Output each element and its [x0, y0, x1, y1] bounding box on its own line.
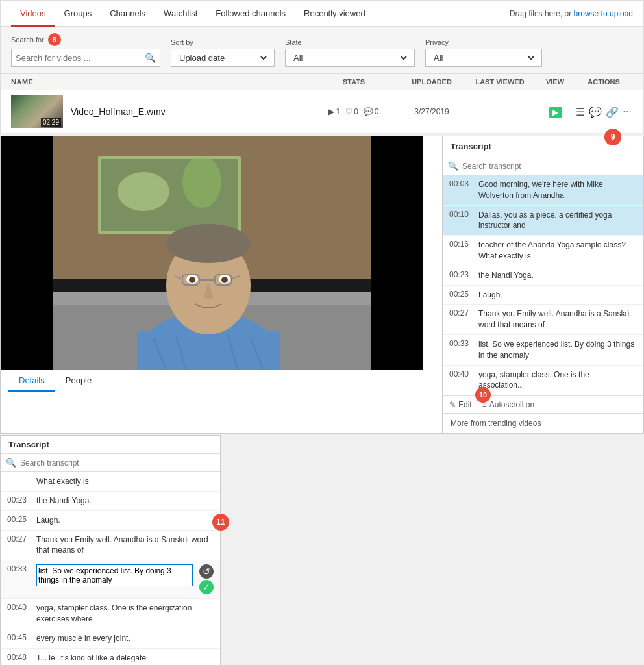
transcript-item[interactable]: 00:40 yoga, stampler class. One is the a… [443, 366, 643, 396]
video-duration: 02:29 [41, 118, 61, 127]
state-group: State All [285, 38, 415, 67]
sort-select[interactable]: Upload date [177, 53, 269, 64]
col-actions-header: ACTIONS [575, 78, 633, 86]
bottom-transcript-item: 00:23 the Nandi Yoga. [1, 492, 220, 511]
svg-point-5 [118, 172, 169, 211]
badge-10: 10 [475, 387, 491, 403]
transcript-time: 00:16 [449, 240, 472, 262]
tab-details[interactable]: Details [8, 370, 55, 392]
bottom-transcript-item: 00:27 Thank you Emily well. Anandha is a… [1, 531, 220, 561]
col-stats-header: STATS [308, 78, 399, 86]
bt-time [7, 476, 30, 487]
stat-plays: ▶ 1 [328, 107, 340, 116]
bottom-transcript-item: 00:48 T... le, it's kind of like a deleg… [1, 649, 220, 665]
browse-link[interactable]: browse to upload [574, 9, 633, 18]
transcript-footer: 10 ✎ Edit ≡ Autoscroll on [443, 395, 643, 413]
nav-channels[interactable]: Channels [101, 1, 155, 27]
edit-icon: ✎ [449, 400, 456, 409]
sort-group: Sort by Upload date [171, 38, 275, 67]
edit-transcript-btn[interactable]: ✎ Edit [449, 400, 472, 409]
bottom-transcript-panel: 11 12 Transcript 🔍 What exactly is 00:23… [0, 435, 221, 665]
confirm-edit-btn[interactable]: ✓ [199, 580, 214, 594]
video-uploaded-date: 3/27/2019 [399, 107, 464, 116]
bottom-transcript-item: What exactly is [1, 472, 220, 492]
bottom-transcript-search-input[interactable] [20, 458, 215, 468]
nav-recently-viewed[interactable]: Recently viewed [295, 1, 375, 27]
transcript-edit-textarea[interactable]: list. So we experienced list. By doing 3… [36, 564, 193, 586]
transcript-time: 00:40 [449, 370, 472, 392]
reset-edit-btn[interactable]: ↺ [199, 564, 214, 579]
svg-point-6 [182, 156, 221, 208]
drag-info: Drag files here, or browse to upload [510, 9, 633, 18]
nav-followed-channels[interactable]: Followed channels [206, 1, 295, 27]
transcript-text: Laugh. [478, 290, 502, 301]
col-uploaded-header: UPLOADED [399, 78, 464, 86]
action-edit-icon[interactable]: ☰ [576, 106, 585, 118]
video-thumbnail[interactable]: 02:29 [11, 95, 63, 128]
video-tabs: Details People [1, 370, 442, 392]
action-link-icon[interactable]: 🔗 [606, 106, 619, 118]
video-list-header: NAME STATS UPLOADED LAST VIEWED VIEW ACT… [1, 74, 643, 90]
play-icon: ▶ [328, 107, 334, 116]
transcript-panel: 9 Transcript 🔍 00:03 Good morning, we're… [442, 136, 643, 433]
search-input-wrap: 🔍 [11, 49, 160, 67]
more-trending: More from trending videos [443, 413, 643, 433]
bottom-transcript-item[interactable]: 00:33 list. So we experienced list. By d… [1, 560, 220, 599]
transcript-time: 00:25 [449, 290, 472, 301]
bottom-transcript-header: Transcript [1, 436, 220, 454]
transcript-text: list. So we experienced list. By doing 3… [478, 339, 637, 361]
bottom-transcript-list: What exactly is 00:23 the Nandi Yoga. 00… [1, 472, 220, 665]
col-name-header: NAME [11, 78, 308, 86]
transcript-item[interactable]: 00:23 the Nandi Yoga. [443, 266, 643, 286]
nav-videos[interactable]: Videos [11, 1, 55, 27]
bottom-transcript-search-wrap: 🔍 [1, 454, 220, 472]
privacy-select[interactable]: All [431, 53, 536, 64]
badge-9: 9 [604, 129, 621, 145]
bt-text: every muscle in every joint. [36, 633, 214, 644]
transcript-time: 00:27 [449, 308, 472, 331]
video-title[interactable]: Video_Hoffman_E.wmv [71, 107, 308, 117]
transcript-item[interactable]: 00:33 list. So we experienced list. By d… [443, 335, 643, 366]
transcript-time: 00:33 [449, 339, 472, 361]
badge-11: 11 [212, 514, 229, 531]
bt-time: 00:25 [7, 515, 30, 526]
transcript-text: Good morning, we're here with Mike Wolve… [478, 179, 637, 201]
tab-people[interactable]: People [55, 370, 102, 392]
action-comment-icon[interactable]: 💬 [589, 106, 602, 118]
bt-time: 00:40 [7, 603, 30, 625]
state-label: State [285, 38, 415, 46]
view-icon-btn[interactable]: ▶ [549, 107, 562, 118]
search-icon[interactable]: 🔍 [145, 53, 156, 63]
autoscroll-btn[interactable]: ≡ Autoscroll on [482, 400, 534, 409]
video-stats: ▶ 1 ♡ 0 💬 0 [308, 107, 399, 116]
top-navigation: Videos Groups Channels Watchlist Followe… [1, 1, 643, 27]
action-more-icon[interactable]: ··· [623, 106, 631, 118]
bt-text-edit[interactable]: list. So we experienced list. By doing 3… [36, 564, 193, 594]
svg-point-13 [166, 224, 251, 263]
bt-text: T... le, it's kind of like a delegate [36, 653, 214, 664]
search-input[interactable] [16, 53, 145, 63]
state-select[interactable]: All [291, 53, 409, 64]
transcript-item[interactable]: 00:16 teacher of the Ananda Yoga sample … [443, 236, 643, 266]
stat-comments: 💬 0 [364, 107, 379, 116]
search-label: Search for 8 [11, 33, 160, 46]
bottom-search-icon: 🔍 [6, 458, 16, 468]
transcript-search-input[interactable] [462, 162, 638, 171]
transcript-item[interactable]: 00:03 Good morning, we're here with Mike… [443, 175, 643, 206]
nav-watchlist[interactable]: Watchlist [155, 1, 206, 27]
transcript-item[interactable]: 00:25 Laugh. [443, 286, 643, 305]
bt-time: 00:48 [7, 653, 30, 664]
video-player[interactable] [1, 136, 423, 370]
transcript-text: teacher of the Ananda Yoga sample class?… [478, 240, 637, 262]
bottom-transcript-inner: Transcript 🔍 What exactly is 00:23 the N… [1, 436, 220, 665]
privacy-group: Privacy All [425, 38, 542, 67]
nav-groups[interactable]: Groups [55, 1, 101, 27]
video-view-btn-cell: ▶ [536, 107, 575, 117]
transcript-item[interactable]: 00:27 Thank you Emily well. Anandha is a… [443, 305, 643, 335]
transcript-text: Thank you Emily well. Anandha is a Sansk… [478, 308, 637, 331]
filter-bar: Search for 8 🔍 Sort by Upload date State [1, 27, 643, 74]
transcript-item[interactable]: 00:10 Dallas, you as a piece, a certifie… [443, 206, 643, 236]
bt-time: 00:23 [7, 496, 30, 507]
bottom-transcript-item: 00:40 yoga, stampler class. One is the e… [1, 599, 220, 629]
table-row: 02:29 Video_Hoffman_E.wmv ▶ 1 ♡ 0 💬 0 3/… [1, 90, 643, 134]
